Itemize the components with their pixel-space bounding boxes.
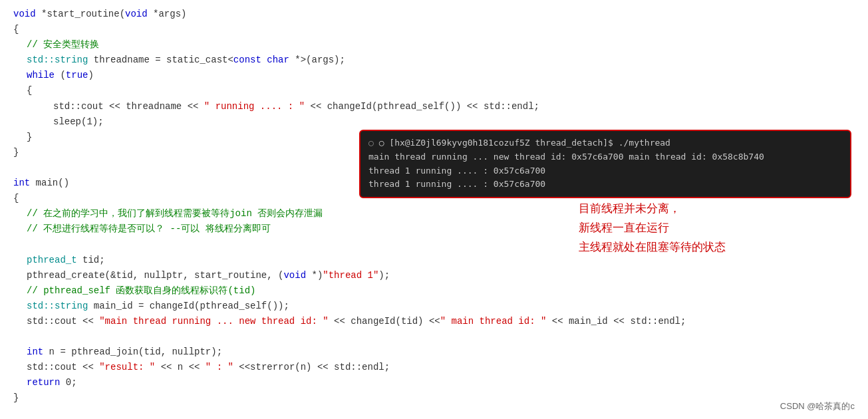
code-line: std::string threadname = static_cast< co…: [13, 53, 855, 68]
watermark: CSDN @哈茶真的c: [780, 400, 855, 412]
code-line: while ( true ): [13, 68, 855, 83]
terminal-line-3: thread 1 running .... : 0x57c6a700: [368, 164, 842, 178]
annotation-text: 目前线程并未分离， 新线程一直在运行 主线程就处在阻塞等待的状态: [579, 200, 726, 257]
code-line: std::string main_id = changeId(pthread_s…: [13, 299, 855, 314]
code-line: pthread_create(&tid, nullptr, start_rout…: [13, 268, 855, 283]
code-line: {: [13, 83, 855, 98]
code-line: int n = pthread_join(tid, nullptr);: [13, 345, 855, 360]
code-line: // 在之前的学习中，我们了解到线程需要被等待join 否则会内存泄漏: [13, 206, 855, 221]
terminal-line-2: main thread running ... new thread id: 0…: [368, 150, 842, 164]
code-line: return 0;: [13, 375, 855, 390]
code-line: // pthread_self 函数获取自身的线程标识符(tid): [13, 283, 855, 299]
code-line: {: [13, 22, 855, 37]
terminal-line-1: ○ ○ [hx@iZ0jl69kyvg0h181cozuf5Z thread_d…: [368, 136, 842, 150]
code-line: void *start_routine( void *args): [13, 7, 855, 22]
code-line: std::cout << "result: " << n << " : " <<…: [13, 360, 855, 375]
code-line: [13, 237, 855, 252]
code-line: pthread_t tid;: [13, 253, 855, 268]
code-line: std::cout << "main thread running ... ne…: [13, 314, 855, 329]
keyword: void: [125, 7, 148, 22]
code-line: [13, 329, 855, 345]
terminal-line-4: thread 1 running .... : 0x57c6a700: [368, 178, 842, 192]
code-line: // 安全类型转换: [13, 37, 855, 53]
code-line: std::cout << threadname << " running ...…: [13, 99, 855, 114]
terminal-output: ○ ○ [hx@iZ0jl69kyvg0h181cozuf5Z thread_d…: [359, 130, 851, 198]
code-editor: void *start_routine( void *args) { // 安全…: [0, 0, 868, 412]
code-line: }: [13, 390, 855, 406]
code-line: sleep(1);: [13, 114, 855, 130]
code-line: // 不想进行线程等待是否可以？ --可以 将线程分离即可: [13, 221, 855, 237]
keyword: void: [13, 7, 36, 22]
